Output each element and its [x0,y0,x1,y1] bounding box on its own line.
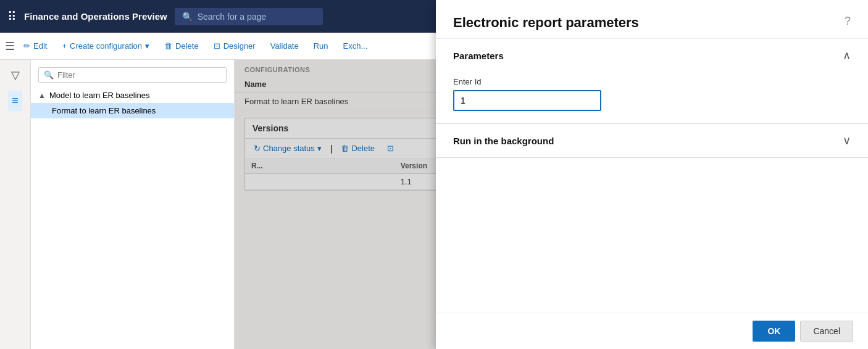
app-title: Finance and Operations Preview [24,11,167,22]
search-box[interactable]: 🔍 Search for a page [175,8,323,25]
hamburger-icon[interactable]: ☰ [5,39,15,53]
validate-button[interactable]: Validate [264,38,305,54]
parameters-section-content: Enter Id [436,72,868,123]
main-area: ▽ ≡ 🔍 ▲ Model to learn ER baselines Form… [0,60,868,349]
dialog-footer: OK Cancel [436,313,868,349]
plus-icon: + [62,41,67,51]
run-background-section: Run in the background ∨ [436,124,868,158]
trash-icon: 🗑 [164,41,172,51]
search-icon: 🔍 [182,12,193,22]
sidebar: ▽ ≡ [0,60,31,349]
run-background-section-header[interactable]: Run in the background ∨ [436,124,868,157]
help-icon[interactable]: ? [845,15,851,28]
parameters-section-title: Parameters [453,51,504,61]
filter-input[interactable] [57,70,221,80]
tree-item-model[interactable]: ▲ Model to learn ER baselines [31,88,234,103]
designer-button[interactable]: ⊡ Designer [207,38,262,54]
search-placeholder: Search for a page [198,12,266,22]
edit-button[interactable]: ✏ Edit [17,38,53,54]
parameters-chevron-icon: ∧ [843,49,851,62]
parameters-section-header[interactable]: Parameters ∧ [436,39,868,72]
tree-panel: 🔍 ▲ Model to learn ER baselines Format t… [31,60,235,349]
filter-icon[interactable]: ▽ [7,65,23,86]
parameters-section: Parameters ∧ Enter Id [436,39,868,124]
create-configuration-button[interactable]: + Create configuration ▾ [56,38,156,54]
tree-item-label: Format to learn ER baselines [52,106,156,115]
tree-item-format[interactable]: Format to learn ER baselines [31,103,234,118]
dropdown-arrow-icon: ▾ [145,41,149,51]
electronic-report-dialog: Electronic report parameters ? Parameter… [436,0,868,349]
delete-button[interactable]: 🗑 Delete [158,38,205,54]
export-button[interactable]: Exch... [337,38,374,54]
enter-id-input[interactable] [453,90,601,111]
grid-icon[interactable]: ⠿ [7,9,17,24]
run-button[interactable]: Run [307,38,335,54]
tree-item-label: Model to learn ER baselines [49,91,150,100]
designer-icon: ⊡ [214,41,220,51]
dialog-body: Parameters ∧ Enter Id Run in the backgro… [436,39,868,313]
tree-arrow-icon: ▲ [38,91,46,100]
run-background-chevron-icon: ∨ [843,134,851,147]
filter-search-icon: 🔍 [44,70,54,80]
cancel-button[interactable]: Cancel [800,321,853,342]
edit-icon: ✏ [23,41,30,51]
enter-id-label: Enter Id [453,77,851,86]
filter-box[interactable]: 🔍 [38,67,227,83]
dialog-title: Electronic report parameters [453,15,639,31]
dialog-header: Electronic report parameters ? [436,0,868,39]
ok-button[interactable]: OK [753,321,795,342]
list-icon[interactable]: ≡ [8,91,22,111]
run-background-title: Run in the background [453,136,554,146]
